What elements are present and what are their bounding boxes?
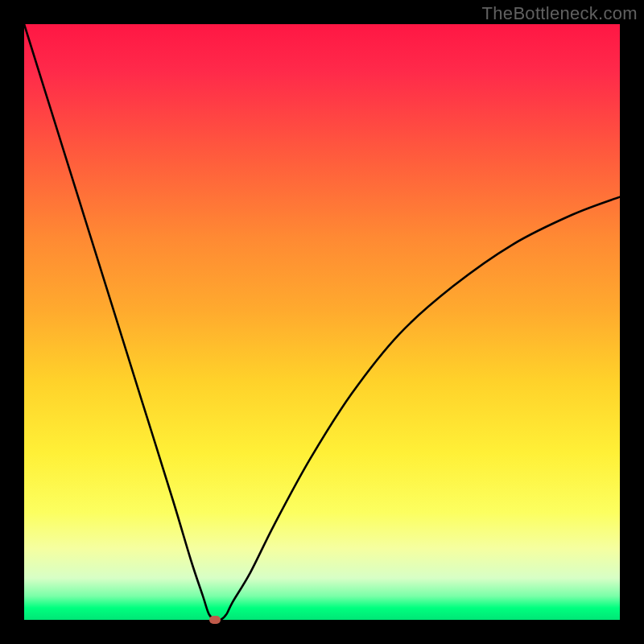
chart-root: TheBottleneck.com	[0, 0, 644, 644]
curve-svg	[24, 24, 620, 620]
plot-area	[24, 24, 620, 620]
minimum-marker	[209, 616, 221, 624]
watermark-text: TheBottleneck.com	[482, 3, 638, 24]
bottleneck-curve	[24, 24, 620, 621]
